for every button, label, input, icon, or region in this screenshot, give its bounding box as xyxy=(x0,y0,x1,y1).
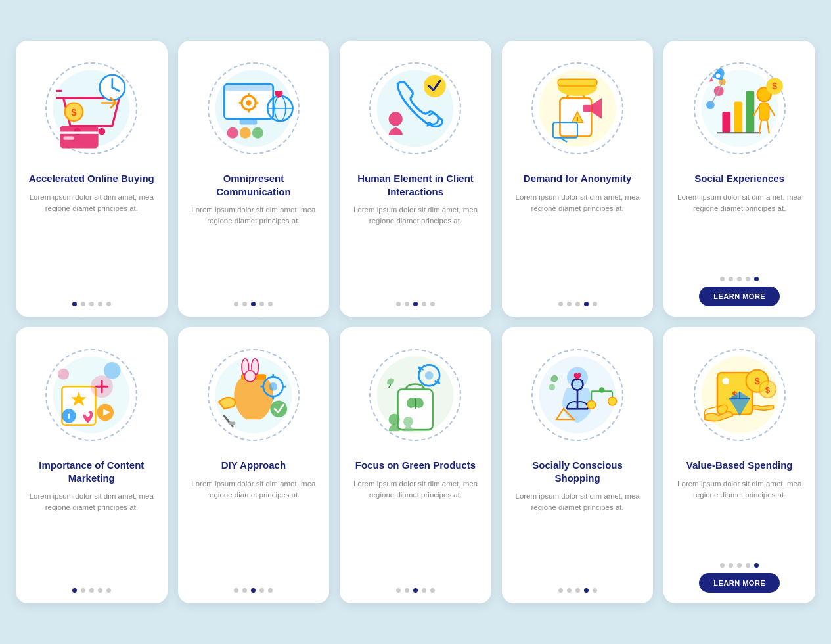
svg-point-102 xyxy=(608,397,617,405)
card-diy: DIY Approach Lorem ipsum dolor sit dim a… xyxy=(178,327,330,603)
dot-3[interactable] xyxy=(737,277,742,281)
card-body-human: Lorem ipsum dolor sit dim amet, mea regi… xyxy=(350,204,481,285)
dot-4[interactable] xyxy=(422,302,426,306)
card-title-social: Social Experiences xyxy=(694,172,784,185)
svg-rect-41 xyxy=(722,112,730,133)
card-content-marketing: i Importance of Content Marketing Lorem … xyxy=(16,327,168,603)
dot-1[interactable] xyxy=(396,588,401,593)
svg-point-31 xyxy=(389,112,403,126)
svg-point-74 xyxy=(244,371,256,382)
card-title-green: Focus on Green Products xyxy=(355,459,476,472)
svg-text:!: ! xyxy=(577,115,579,122)
dot-5[interactable] xyxy=(106,588,111,593)
dot-4[interactable] xyxy=(584,588,589,593)
dot-3[interactable] xyxy=(89,302,94,306)
card-accelerated-online-buying: $ Accelerated Online Buying Lorem ipsum … xyxy=(16,41,168,317)
dot-3[interactable] xyxy=(251,588,256,593)
dot-5[interactable] xyxy=(593,302,597,306)
dot-1[interactable] xyxy=(72,588,77,593)
dot-2[interactable] xyxy=(242,588,247,593)
svg-text:$: $ xyxy=(765,385,770,395)
card-body-social: Lorem ipsum dolor sit dim amet, mea regi… xyxy=(674,192,805,260)
dot-3[interactable] xyxy=(737,563,742,568)
dot-2[interactable] xyxy=(405,302,409,306)
dot-3[interactable] xyxy=(251,302,256,306)
card-icon-accelerated: $ xyxy=(35,53,147,164)
svg-point-27 xyxy=(240,127,251,139)
dot-4[interactable] xyxy=(259,588,264,593)
dot-5[interactable] xyxy=(268,588,273,593)
svg-rect-46 xyxy=(759,103,769,121)
card-dots-conscious xyxy=(558,588,597,593)
card-footer-content xyxy=(26,579,157,593)
card-title-anonymity: Demand for Anonymity xyxy=(524,172,631,185)
dot-5[interactable] xyxy=(593,588,597,593)
svg-point-30 xyxy=(424,75,446,97)
card-body-anonymity: Lorem ipsum dolor sit dim amet, mea regi… xyxy=(512,192,643,285)
card-dots-value xyxy=(720,563,759,568)
dot-5[interactable] xyxy=(268,302,273,306)
card-icon-value: $ $ $ xyxy=(684,339,796,451)
svg-rect-16 xyxy=(240,119,258,125)
card-dots-social xyxy=(720,277,759,281)
svg-point-89 xyxy=(389,414,400,425)
dot-5[interactable] xyxy=(430,302,435,306)
dot-1[interactable] xyxy=(396,302,401,306)
dot-4[interactable] xyxy=(746,563,750,568)
dot-4[interactable] xyxy=(259,302,264,306)
dot-2[interactable] xyxy=(81,588,85,593)
card-title-human: Human Element in Client Interactions xyxy=(350,172,481,198)
card-social-experiences: $ Social Experiences Lorem ipsum dolor s… xyxy=(663,41,815,317)
svg-rect-42 xyxy=(734,101,742,133)
svg-point-76 xyxy=(269,382,277,391)
dot-1[interactable] xyxy=(234,588,238,593)
svg-text:$: $ xyxy=(754,376,760,386)
card-icon-omnipresent xyxy=(198,53,309,164)
card-title-accelerated: Accelerated Online Buying xyxy=(29,172,154,185)
card-footer-value: LEARN MORE xyxy=(674,554,805,593)
card-footer-green xyxy=(350,579,481,593)
dot-3[interactable] xyxy=(413,302,418,306)
dot-4[interactable] xyxy=(746,277,750,281)
dot-2[interactable] xyxy=(242,302,247,306)
card-body-content: Lorem ipsum dolor sit dim amet, mea regi… xyxy=(26,491,157,571)
card-dots-green xyxy=(396,588,435,593)
svg-point-69 xyxy=(58,369,69,380)
dot-2[interactable] xyxy=(405,588,409,593)
card-dots-human xyxy=(396,302,435,306)
dot-3[interactable] xyxy=(575,588,580,593)
svg-rect-43 xyxy=(746,91,754,133)
svg-point-66 xyxy=(86,413,90,417)
dot-1[interactable] xyxy=(558,302,563,306)
card-icon-green xyxy=(359,339,471,451)
learn-more-button-social[interactable]: LEARN MORE xyxy=(699,287,780,306)
dot-5[interactable] xyxy=(430,588,435,593)
dot-4[interactable] xyxy=(584,302,589,306)
dot-1[interactable] xyxy=(720,277,725,281)
dot-2[interactable] xyxy=(567,302,572,306)
dot-1[interactable] xyxy=(72,302,77,306)
learn-more-button-value[interactable]: LEARN MORE xyxy=(699,573,780,593)
dot-1[interactable] xyxy=(720,563,725,568)
dot-3[interactable] xyxy=(575,302,580,306)
dot-5[interactable] xyxy=(106,302,111,306)
dot-2[interactable] xyxy=(81,302,85,306)
svg-point-88 xyxy=(425,371,434,380)
dot-1[interactable] xyxy=(558,588,563,593)
dot-4[interactable] xyxy=(422,588,426,593)
dot-4[interactable] xyxy=(98,588,102,593)
dot-3[interactable] xyxy=(89,588,94,593)
dot-5[interactable] xyxy=(754,277,759,281)
dot-3[interactable] xyxy=(413,588,418,593)
svg-text:i: i xyxy=(68,411,71,421)
card-green-products: Focus on Green Products Lorem ipsum dolo… xyxy=(340,327,491,603)
svg-rect-35 xyxy=(558,79,597,86)
card-title-content: Importance of Content Marketing xyxy=(26,459,157,484)
dot-2[interactable] xyxy=(729,563,733,568)
svg-point-105 xyxy=(722,377,729,384)
dot-2[interactable] xyxy=(567,588,572,593)
dot-2[interactable] xyxy=(729,277,733,281)
dot-4[interactable] xyxy=(98,302,102,306)
dot-1[interactable] xyxy=(234,302,238,306)
dot-5[interactable] xyxy=(754,563,759,568)
